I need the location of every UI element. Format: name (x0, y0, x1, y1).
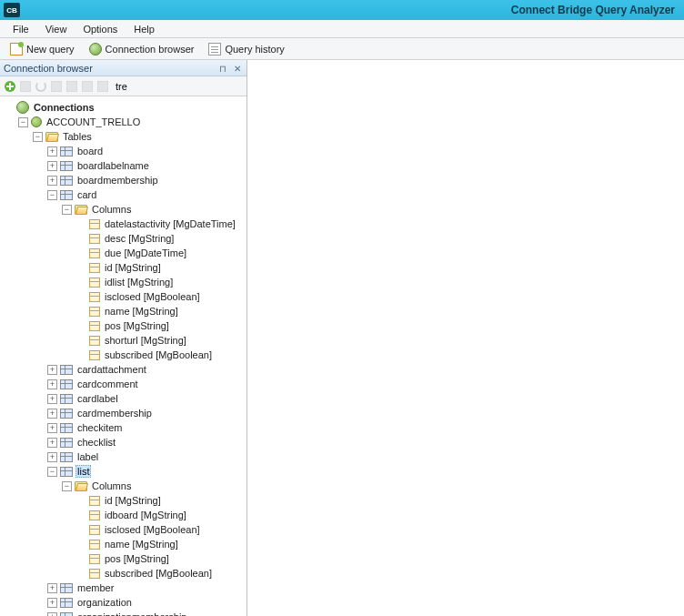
tree-columns[interactable]: − Columns (62, 479, 245, 493)
tree-column[interactable]: datelastactivity [MgDateTime] (76, 217, 245, 231)
column-icon (89, 321, 100, 331)
tree-table-member[interactable]: + member (47, 581, 245, 595)
tree-tables[interactable]: − Tables (33, 129, 245, 144)
pin-button[interactable]: ⊓ (216, 61, 230, 76)
tree-table-cardattachment[interactable]: + cardattachment (47, 362, 245, 377)
column-icon (89, 263, 100, 273)
table-icon (60, 394, 73, 404)
query-history-button[interactable]: Query history (202, 40, 290, 58)
tree-table-organizationmembership[interactable]: + organizationmembership (47, 610, 245, 616)
tree-table-checklist[interactable]: + checklist (47, 435, 245, 449)
tree-table-label: checklist (75, 437, 117, 448)
tree-table-organization[interactable]: + organization (47, 595, 245, 610)
app-icon: CB (4, 3, 20, 17)
new-query-button[interactable]: New query (4, 40, 81, 58)
tree-column-label: subscribed [MgBoolean] (103, 349, 214, 360)
gray-icon (82, 81, 93, 92)
tree-column[interactable]: isclosed [MgBoolean] (76, 289, 245, 304)
expander-icon[interactable]: + (47, 176, 57, 186)
table-icon (60, 190, 73, 200)
tree-table-boardmembership[interactable]: + boardmembership (47, 173, 245, 187)
tree-table-label: card (75, 189, 98, 200)
tree-table-label: cardcomment (75, 379, 140, 389)
menu-file[interactable]: File (5, 22, 36, 36)
toolbar-btn-5[interactable] (65, 78, 78, 95)
tree-column[interactable]: idboard [MgString] (76, 508, 245, 522)
expander-icon[interactable]: + (47, 161, 57, 171)
tree-columns[interactable]: − Columns (62, 202, 245, 217)
tree-column[interactable]: pos [MgString] (76, 318, 245, 333)
column-icon (89, 336, 100, 346)
expander-icon[interactable]: + (47, 423, 57, 433)
tree-column[interactable]: pos [MgString] (76, 551, 245, 566)
menu-help[interactable]: Help (126, 22, 162, 36)
expander-icon[interactable]: + (47, 394, 57, 404)
column-icon (89, 292, 100, 302)
tree-table-label: cardattachment (75, 364, 148, 375)
expander-icon[interactable]: − (18, 117, 28, 127)
table-icon (60, 409, 73, 419)
expander-icon[interactable]: + (47, 365, 57, 375)
tree-root[interactable]: Connections (4, 100, 245, 115)
tree-table-label: label (75, 451, 100, 462)
tree-column[interactable]: subscribed [MgBoolean] (76, 348, 245, 362)
tree-table-checkitem[interactable]: + checkitem (47, 420, 245, 435)
tree-table-cardmembership[interactable]: + cardmembership (47, 406, 245, 420)
expander-icon[interactable]: + (47, 452, 57, 462)
tree-table-board[interactable]: + board (47, 144, 245, 158)
tree-column[interactable]: name [MgString] (76, 304, 245, 318)
tree-column[interactable]: desc [MgString] (76, 231, 245, 246)
toolbar-btn-4[interactable] (50, 78, 63, 95)
tree-table-cardlabel[interactable]: + cardlabel (47, 391, 245, 406)
tree-column[interactable]: id [MgString] (76, 260, 245, 275)
expander-icon[interactable]: + (47, 409, 57, 419)
menu-view[interactable]: View (38, 22, 75, 36)
menu-options[interactable]: Options (75, 22, 125, 36)
expander-icon[interactable]: + (47, 438, 57, 448)
toolbar-btn-3[interactable] (35, 78, 47, 95)
tree-column[interactable]: subscribed [MgBoolean] (76, 566, 245, 581)
toolbar-btn-6[interactable] (81, 78, 94, 95)
tree-table-list[interactable]: − list (47, 464, 245, 479)
gray-icon (51, 81, 62, 92)
tree-table-label: list (75, 465, 91, 478)
tree-column[interactable]: idlist [MgString] (76, 275, 245, 289)
expander-icon[interactable]: − (62, 481, 72, 491)
query-history-icon (208, 43, 221, 56)
tree-table-card[interactable]: − card (47, 187, 245, 202)
column-icon (89, 248, 100, 258)
connections-tree[interactable]: Connections − ACCOUNT_TRELLO (0, 96, 246, 616)
expander-icon[interactable]: + (47, 612, 57, 617)
tree-table-boardlabelname[interactable]: + boardlabelname (47, 158, 245, 173)
expander-icon[interactable]: − (47, 467, 57, 477)
tree-column-label: name [MgString] (103, 306, 180, 317)
expander-icon[interactable]: + (47, 598, 57, 608)
expander-icon[interactable]: + (47, 146, 57, 157)
search-input[interactable] (112, 79, 245, 94)
tree-column[interactable]: due [MgDateTime] (76, 246, 245, 260)
tree-column-label: isclosed [MgBoolean] (103, 524, 202, 535)
add-connection-button[interactable] (4, 78, 16, 95)
connection-browser-button[interactable]: Connection browser (83, 40, 201, 58)
tree-table-cardcomment[interactable]: + cardcomment (47, 377, 245, 391)
toolbar-btn-7[interactable] (96, 78, 109, 95)
close-button[interactable]: ✕ (230, 61, 245, 76)
tree-table-label: boardlabelname (75, 160, 151, 171)
expander-icon[interactable]: − (33, 132, 43, 142)
column-icon (89, 234, 100, 244)
connection-browser-icon (89, 43, 102, 56)
expander-icon[interactable]: − (47, 190, 57, 200)
tree-column[interactable]: shorturl [MgString] (76, 333, 245, 348)
toolbar-btn-2[interactable] (19, 78, 32, 95)
tree-account-label: ACCOUNT_TRELLO (45, 116, 142, 127)
tree-column[interactable]: name [MgString] (76, 537, 245, 551)
tree-column-label: subscribed [MgBoolean] (103, 568, 214, 579)
tree-column[interactable]: isclosed [MgBoolean] (76, 522, 245, 537)
expander-icon[interactable]: + (47, 583, 57, 593)
tree-table-label[interactable]: + label (47, 449, 245, 464)
expander-icon[interactable]: − (62, 205, 72, 215)
tree-column[interactable]: id [MgString] (76, 493, 245, 508)
expander-icon[interactable]: + (47, 379, 57, 389)
tree-account[interactable]: − ACCOUNT_TRELLO (18, 115, 245, 129)
table-icon (60, 438, 73, 448)
